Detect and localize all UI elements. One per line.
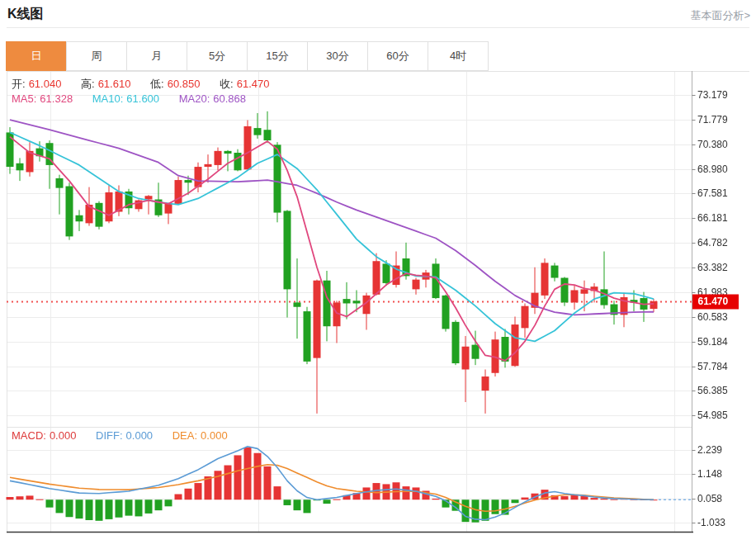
page-title: K线图 (7, 6, 44, 23)
period-tabs: 日 周 月 5分 15分 30分 60分 4时 (7, 41, 489, 71)
tab-30min[interactable]: 30分 (307, 41, 368, 71)
tab-month[interactable]: 月 (126, 41, 187, 71)
fundamental-analysis-link[interactable]: 基本面分析> (690, 8, 750, 23)
tab-5min[interactable]: 5分 (187, 41, 248, 71)
kline-chart-canvas[interactable] (0, 70, 756, 535)
tab-day[interactable]: 日 (6, 41, 67, 71)
tab-4hour[interactable]: 4时 (428, 41, 489, 71)
tab-60min[interactable]: 60分 (367, 41, 428, 71)
title-divider (7, 27, 749, 28)
tab-week[interactable]: 周 (66, 41, 127, 71)
tab-15min[interactable]: 15分 (247, 41, 308, 71)
